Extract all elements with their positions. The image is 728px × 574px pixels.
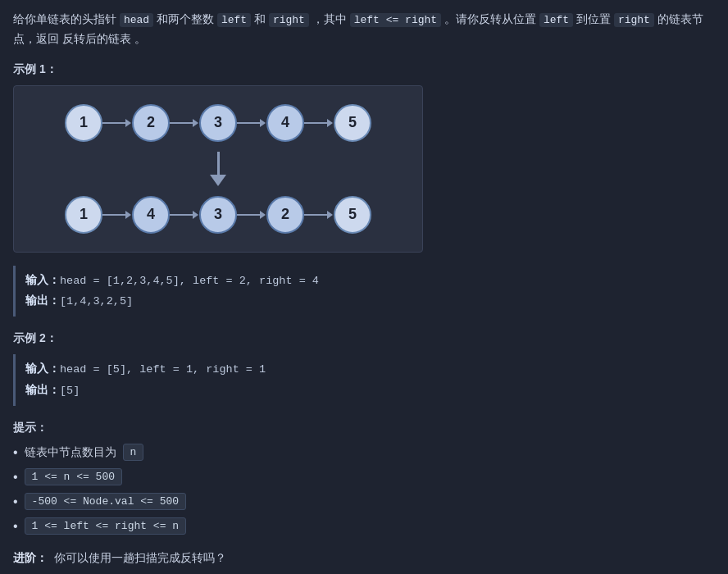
advanced-label: 进阶：: [13, 551, 48, 564]
diagram-container: 1 2 3 4 5 1 4 3 2 5: [13, 85, 423, 253]
hint-code-left-right: 1 <= left <= right <= n: [25, 517, 186, 535]
node-3-after: 3: [199, 196, 237, 234]
input-value-1: head = [1,2,3,4,5], left = 2, right = 4: [60, 275, 319, 287]
after-list-row: 1 4 3 2 5: [27, 196, 409, 234]
arrow-1: [102, 118, 132, 128]
node-5-after: 5: [334, 196, 371, 234]
output-value-2: [5]: [60, 385, 80, 397]
example-2-block: 示例 2： 输入：head = [5], left = 1, right = 1…: [13, 331, 715, 406]
hint-item-2: • 1 <= n <= 500: [13, 468, 715, 485]
left-tag-2: left: [539, 13, 573, 27]
right-tag-2: right: [614, 13, 654, 27]
advanced-section: 进阶： 你可以使用一趟扫描完成反转吗？: [13, 551, 715, 566]
arrow-3: [237, 118, 266, 128]
output-value-1: [1,4,3,2,5]: [60, 295, 133, 308]
bullet-2: •: [13, 470, 18, 485]
node-2-before: 2: [132, 104, 170, 142]
input-value-2: head = [5], left = 1, right = 1: [60, 363, 266, 376]
node-4-before: 4: [266, 104, 304, 142]
example-2-io: 输入：head = [5], left = 1, right = 1 输出：[5…: [13, 354, 715, 406]
before-list-row: 1 2 3 4 5: [27, 104, 409, 142]
example-1-title: 示例 1：: [13, 62, 715, 77]
node-3-before: 3: [199, 104, 237, 142]
input-label-2: 输入：: [25, 362, 60, 375]
example-2-title: 示例 2：: [13, 331, 715, 346]
example-1-output: 输出：[1,4,3,2,5]: [25, 291, 705, 312]
hints-section: 提示： • 链表中节点数目为 n • 1 <= n <= 500 • -500 …: [13, 421, 715, 535]
node-1-after: 1: [65, 196, 102, 234]
advanced-text: 你可以使用一趟扫描完成反转吗？: [51, 551, 226, 564]
example-2-output: 输出：[5]: [25, 380, 705, 401]
bullet-4: •: [13, 519, 18, 534]
output-label-2: 输出：: [25, 384, 60, 396]
down-arrow: [210, 152, 226, 186]
output-label-1: 输出：: [25, 294, 60, 307]
node-4-after: 4: [132, 196, 170, 234]
node-2-after: 2: [266, 196, 304, 234]
example-2-input: 输入：head = [5], left = 1, right = 1: [25, 359, 705, 380]
hint-text-1: 链表中节点数目为: [25, 445, 116, 460]
arrow-7: [237, 210, 266, 220]
node-1-before: 1: [65, 104, 102, 142]
example-1-input: 输入：head = [1,2,3,4,5], left = 2, right =…: [25, 271, 705, 291]
arrow-4: [304, 118, 334, 128]
arrow-head: [210, 175, 226, 186]
constraint-tag: left <= right: [350, 13, 441, 27]
example-1-io: 输入：head = [1,2,3,4,5], left = 2, right =…: [13, 266, 715, 317]
example-1-block: 示例 1： 1 2 3 4 5 1 4 3: [13, 62, 715, 317]
bullet-1: •: [13, 445, 18, 460]
arrow-2: [170, 118, 199, 128]
hint-code-val-range: -500 <= Node.val <= 500: [25, 493, 186, 510]
arrow-shaft: [217, 152, 220, 175]
hint-code-n: n: [123, 444, 144, 461]
hint-item-3: • -500 <= Node.val <= 500: [13, 493, 715, 510]
arrow-5: [102, 210, 132, 220]
node-5-before: 5: [334, 104, 371, 142]
right-tag-1: right: [269, 13, 309, 27]
bullet-3: •: [13, 494, 18, 509]
hints-title: 提示：: [13, 421, 715, 435]
down-arrow-area: [27, 147, 409, 191]
input-label-1: 输入：: [25, 274, 60, 286]
arrow-6: [170, 210, 199, 220]
arrow-8: [304, 210, 334, 220]
left-tag: left: [217, 13, 251, 27]
hint-code-n-range: 1 <= n <= 500: [25, 468, 122, 485]
header-description: 给你单链表的头指针 head 和两个整数 left 和 right ，其中 le…: [13, 10, 715, 49]
hint-item-4: • 1 <= left <= right <= n: [13, 517, 715, 535]
hint-item-1: • 链表中节点数目为 n: [13, 444, 715, 461]
head-tag: head: [120, 13, 153, 27]
